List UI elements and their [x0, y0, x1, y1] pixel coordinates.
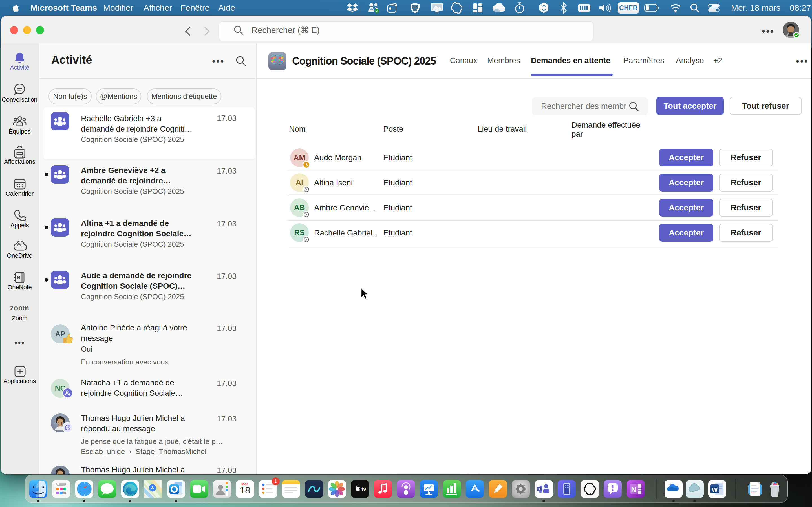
- svg-text:T: T: [371, 7, 372, 10]
- svg-text:W: W: [712, 486, 718, 493]
- svg-text:N: N: [631, 485, 637, 494]
- svg-text:tv: tv: [361, 486, 366, 492]
- svg-text:N: N: [17, 275, 20, 281]
- svg-text:T: T: [538, 487, 541, 491]
